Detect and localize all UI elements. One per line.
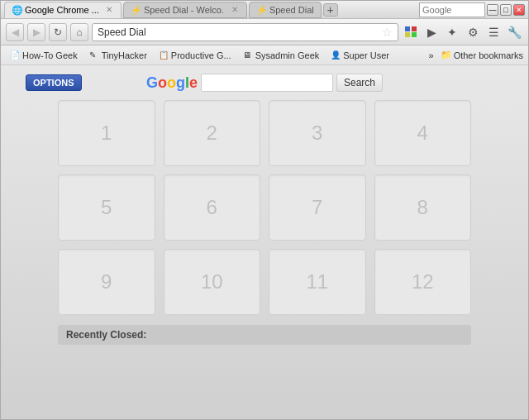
bookmarks-bar: 📄 How-To Geek ✎ TinyHacker 📋 Productive … bbox=[1, 45, 528, 65]
dial-cell-5[interactable]: 5 bbox=[58, 174, 155, 241]
close-button[interactable]: ✕ bbox=[513, 4, 525, 16]
nav-right-buttons: ▶ ✦ ⚙ ☰ 🔧 bbox=[402, 23, 523, 41]
new-tab-button[interactable]: + bbox=[323, 3, 338, 17]
dial-cell-7[interactable]: 7 bbox=[269, 174, 366, 241]
dial-cell-11[interactable]: 11 bbox=[269, 249, 366, 315]
star-icon[interactable]: ☆ bbox=[382, 26, 393, 39]
address-bar[interactable]: Speed Dial ☆ bbox=[92, 23, 398, 41]
window-controls: — □ ✕ bbox=[419, 2, 525, 17]
settings-icon[interactable]: ⚙ bbox=[464, 23, 482, 41]
squares-grid bbox=[405, 26, 417, 38]
nav-bar: ◀ ▶ ↻ ⌂ Speed Dial ☆ ▶ ✦ ⚙ ☰ 🔧 bbox=[1, 19, 528, 45]
dial-number-11: 11 bbox=[306, 270, 328, 294]
tab-close-1[interactable]: ✕ bbox=[104, 5, 114, 15]
bookmarks-more-label: » bbox=[429, 50, 434, 60]
sq-blue bbox=[405, 26, 410, 31]
browser-window: 🌐 Google Chrome ... ✕ ⚡ Speed Dial - Wel… bbox=[0, 0, 529, 420]
dial-number-7: 7 bbox=[312, 196, 322, 219]
search-bar: Google Search bbox=[146, 74, 383, 92]
bookmark-tiny-hacker[interactable]: ✎ TinyHacker bbox=[85, 49, 151, 62]
dial-number-12: 12 bbox=[412, 270, 434, 294]
bookmark-label-4: Sysadmin Geek bbox=[255, 50, 320, 60]
tab-close-2[interactable]: ✕ bbox=[230, 5, 239, 15]
maximize-button[interactable]: □ bbox=[500, 4, 512, 16]
bookmarks-other-label: Other bookmarks bbox=[454, 50, 523, 60]
bookmark-favicon-1: 📄 bbox=[10, 50, 20, 60]
dial-cell-10[interactable]: 10 bbox=[164, 249, 261, 315]
reload-button[interactable]: ↻ bbox=[49, 23, 67, 41]
bookmark-productive-g[interactable]: 📋 Productive G... bbox=[155, 49, 236, 62]
bookmarks-more[interactable]: » 📁 Other bookmarks bbox=[429, 50, 524, 60]
dial-number-8: 8 bbox=[417, 196, 428, 219]
dial-cell-1[interactable]: 1 bbox=[58, 100, 155, 166]
google-logo: Google bbox=[146, 75, 198, 90]
forward-button[interactable]: ▶ bbox=[27, 23, 45, 41]
address-text: Speed Dial bbox=[98, 26, 382, 38]
recently-closed-label: Recently Closed: bbox=[66, 329, 146, 341]
play-button[interactable]: ▶ bbox=[422, 23, 441, 41]
search-input[interactable] bbox=[201, 74, 333, 92]
tab-favicon-1: 🌐 bbox=[12, 5, 21, 15]
bookmark-favicon-5: 👤 bbox=[331, 50, 341, 60]
sq-yellow bbox=[405, 32, 410, 37]
bookmark-super-user[interactable]: 👤 Super User bbox=[326, 49, 393, 62]
tab-label-1: Google Chrome ... bbox=[25, 5, 99, 15]
tab-label-2: Speed Dial - Welco... bbox=[144, 5, 226, 15]
bookmark-favicon-4: 🖥 bbox=[243, 50, 253, 60]
title-bar-search[interactable] bbox=[419, 2, 485, 17]
tab-favicon-2: ⚡ bbox=[131, 5, 141, 15]
dial-number-6: 6 bbox=[207, 196, 217, 219]
tab-favicon-3: ⚡ bbox=[256, 5, 266, 15]
recently-closed-bar[interactable]: Recently Closed: bbox=[58, 325, 471, 345]
back-button[interactable]: ◀ bbox=[6, 23, 24, 41]
dial-number-5: 5 bbox=[101, 196, 112, 219]
tab-speed-dial-2[interactable]: ⚡ Speed Dial bbox=[249, 2, 322, 18]
search-button[interactable]: Search bbox=[336, 74, 383, 92]
dial-cell-6[interactable]: 6 bbox=[164, 174, 261, 241]
sq-red bbox=[412, 26, 417, 31]
tab-label-3: Speed Dial bbox=[269, 5, 314, 15]
minimize-button[interactable]: — bbox=[487, 4, 498, 16]
bookmark-label-2: TinyHacker bbox=[102, 50, 147, 60]
dial-number-4: 4 bbox=[417, 122, 428, 145]
bookmark-favicon-3: 📋 bbox=[159, 50, 169, 60]
bookmark-label-1: How-To Geek bbox=[22, 50, 78, 60]
tab-speed-dial-1[interactable]: ⚡ Speed Dial - Welco... ✕ bbox=[123, 2, 247, 18]
sq-green bbox=[412, 32, 417, 37]
menu-icon[interactable]: ☰ bbox=[484, 23, 503, 41]
bookmark-label-5: Super User bbox=[343, 50, 389, 60]
dial-number-2: 2 bbox=[207, 122, 217, 145]
top-bar: OPTIONS Google Search bbox=[9, 74, 520, 92]
apps-icon[interactable] bbox=[402, 23, 420, 41]
bookmark-star-icon[interactable]: ✦ bbox=[443, 23, 461, 41]
dial-cell-12[interactable]: 12 bbox=[374, 249, 472, 315]
dial-cell-3[interactable]: 3 bbox=[269, 100, 366, 166]
dial-cell-8[interactable]: 8 bbox=[374, 174, 472, 241]
dial-cell-9[interactable]: 9 bbox=[58, 249, 155, 315]
dial-number-1: 1 bbox=[101, 122, 112, 145]
dial-cell-2[interactable]: 2 bbox=[164, 100, 261, 166]
dial-number-3: 3 bbox=[312, 122, 322, 145]
home-button[interactable]: ⌂ bbox=[70, 23, 88, 41]
bookmark-favicon-2: ✎ bbox=[89, 50, 99, 60]
speed-dial-grid: 1 2 3 4 5 6 7 8 9 bbox=[58, 100, 471, 315]
bookmark-sysadmin-geek[interactable]: 🖥 Sysadmin Geek bbox=[239, 49, 324, 62]
dial-number-9: 9 bbox=[101, 270, 112, 294]
tab-google-chrome[interactable]: 🌐 Google Chrome ... ✕ bbox=[4, 2, 122, 18]
bookmark-label-3: Productive G... bbox=[171, 50, 231, 60]
dial-number-10: 10 bbox=[201, 270, 223, 294]
page-content: OPTIONS Google Search 1 2 3 bbox=[1, 65, 528, 419]
dial-cell-4[interactable]: 4 bbox=[374, 100, 472, 166]
title-bar: 🌐 Google Chrome ... ✕ ⚡ Speed Dial - Wel… bbox=[1, 1, 528, 19]
bookmark-how-to-geek[interactable]: 📄 How-To Geek bbox=[6, 49, 82, 62]
wrench-icon[interactable]: 🔧 bbox=[505, 23, 523, 41]
options-button[interactable]: OPTIONS bbox=[26, 74, 82, 91]
